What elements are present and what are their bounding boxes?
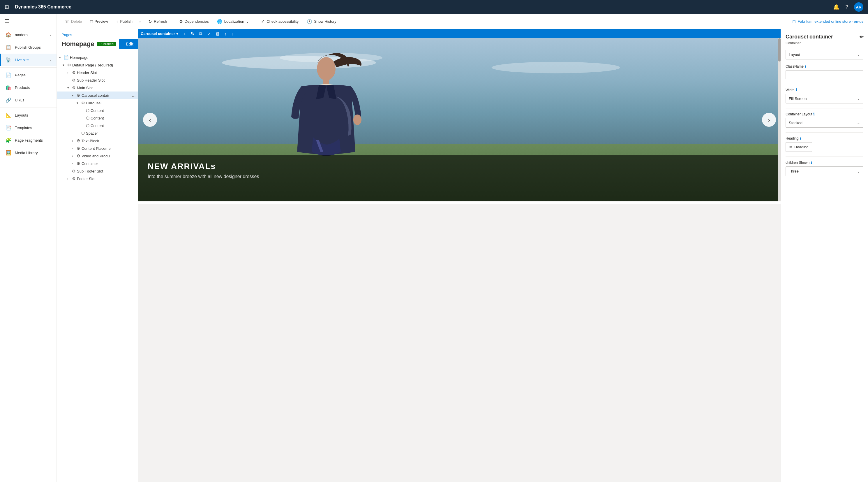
- dependencies-button[interactable]: ⚙ Dependencies: [176, 17, 212, 26]
- carousel-prev-button[interactable]: ‹: [143, 113, 157, 127]
- tree-item-spacer[interactable]: ⬡ Spacer: [57, 129, 138, 137]
- canvas-export-button[interactable]: ↗: [205, 30, 213, 37]
- container-layout-dropdown[interactable]: Stacked ⌄: [785, 118, 863, 128]
- tree-item-footer[interactable]: › ⚙ Footer Slot: [57, 175, 138, 182]
- canvas-scrollbar[interactable]: [778, 38, 781, 201]
- localization-button[interactable]: 🌐 Localization ⌄: [214, 17, 253, 26]
- expand-icon-con: ›: [72, 162, 76, 165]
- classname-input[interactable]: [785, 70, 863, 79]
- children-shown-info-icon[interactable]: ℹ: [811, 160, 812, 164]
- hex-icon-c3: ⬡: [86, 123, 89, 128]
- publish-icon: ↑: [116, 19, 119, 24]
- preview-button[interactable]: □ Preview: [87, 17, 112, 26]
- tree-item-content-1[interactable]: ⬡ Content: [57, 107, 138, 114]
- width-dropdown[interactable]: Fill Screen ⌄: [785, 94, 863, 103]
- toolbar-separator-2: [255, 18, 255, 25]
- sidebar-item-templates[interactable]: 📑 Templates: [0, 122, 57, 134]
- sidebar-item-media-library[interactable]: 🖼️ Media Library: [0, 147, 57, 159]
- canvas-wrapper[interactable]: Carousel container ▾ + ↻ ⧉ ↗ 🗑 ↑ ↓: [138, 29, 781, 482]
- sidebar-item-publish-groups[interactable]: 📋 Publish Groups: [0, 41, 57, 54]
- tree-item-default-page[interactable]: ▾ ⚙ Default Page (Required): [57, 61, 138, 69]
- sidebar-item-page-fragments[interactable]: 🧩 Page Fragments: [0, 134, 57, 147]
- svg-point-4: [492, 62, 620, 73]
- tree-item-sub-header-slot[interactable]: ⚙ Sub Header Slot: [57, 77, 138, 84]
- sidebar-item-publish-groups-label: Publish Groups: [15, 45, 52, 50]
- expand-icon-cp: ›: [72, 147, 76, 150]
- canvas-up-button[interactable]: ↑: [223, 30, 229, 37]
- sidebar-item-layouts[interactable]: 📐 Layouts: [0, 109, 57, 122]
- delete-button[interactable]: 🗑 Delete: [61, 17, 86, 26]
- tree-item-label-dp: Default Page (Required): [72, 63, 136, 67]
- tree-item-header-slot[interactable]: › ⚙ Header Slot: [57, 69, 138, 77]
- canvas-copy-button[interactable]: ⧉: [197, 30, 204, 37]
- chevron-icon-livesite: ⌄: [49, 58, 52, 62]
- tree-item-carousel[interactable]: ▾ ⚙ Carousel: [57, 99, 138, 107]
- tree-item-label-hs: Header Slot: [77, 70, 136, 75]
- layout-dropdown[interactable]: Layout ⌄: [785, 50, 863, 59]
- container-layout-info-icon[interactable]: ℹ: [813, 112, 815, 116]
- help-icon[interactable]: ?: [845, 4, 848, 10]
- page-header: Pages Homepage Published Edit: [57, 29, 138, 51]
- page-tree: ▾ 📄 Homepage ▾ ⚙ Default Page (Required)…: [57, 51, 138, 185]
- publish-chevron-icon: ⌄: [138, 20, 141, 23]
- left-panel: Pages Homepage Published Edit ▾ 📄 Homepa…: [57, 29, 138, 482]
- show-history-button[interactable]: 🕐 Show History: [303, 17, 340, 26]
- heading-button[interactable]: ✏ Heading: [785, 142, 812, 152]
- tree-item-main-slot[interactable]: ▾ ⚙ Main Slot: [57, 84, 138, 91]
- carousel-next-button[interactable]: ›: [762, 113, 776, 127]
- sidebar-item-modern[interactable]: 🏠 modern ⌄: [0, 29, 57, 41]
- sidebar-item-urls[interactable]: 🔗 URLs: [0, 94, 57, 107]
- tree-item-label-vp: Video and Produ: [82, 154, 136, 158]
- tree-item-content-2[interactable]: ⬡ Content: [57, 114, 138, 122]
- canvas-delete-button[interactable]: 🗑: [214, 30, 222, 37]
- sidebar-item-live-site[interactable]: 📡 Live site ⌄: [0, 54, 57, 66]
- slot-icon-tb: ⚙: [76, 139, 81, 143]
- classname-info-icon[interactable]: ℹ: [805, 64, 806, 68]
- width-label-text: Width: [785, 88, 795, 92]
- modern-icon: 🏠: [5, 32, 11, 38]
- sidebar-item-pages[interactable]: 📄 Pages: [0, 69, 57, 81]
- tree-item-label-shs: Sub Header Slot: [77, 78, 136, 83]
- publish-button[interactable]: ↑ Publish: [113, 17, 136, 26]
- store-info-label: Fabrikam extended online store · en-us: [798, 19, 863, 24]
- bell-icon[interactable]: 🔔: [833, 4, 839, 10]
- pages-icon: 📄: [5, 72, 11, 78]
- tree-item-content-3[interactable]: ⬡ Content: [57, 122, 138, 129]
- page-title: Homepage: [61, 40, 94, 48]
- sidebar-item-urls-label: URLs: [15, 98, 52, 102]
- hex-icon-c1: ⬡: [86, 108, 89, 113]
- sidebar-item-products[interactable]: 🛍️ Products: [0, 81, 57, 94]
- expand-icon-dp: ▾: [63, 63, 67, 67]
- tree-item-label-sp: Spacer: [86, 131, 136, 135]
- avatar[interactable]: AR: [854, 2, 863, 12]
- width-info-icon[interactable]: ℹ: [796, 88, 797, 92]
- tree-item-container[interactable]: › ⚙ Container: [57, 160, 138, 167]
- delete-icon: 🗑: [65, 19, 69, 24]
- canvas-refresh-button[interactable]: ↻: [189, 30, 196, 37]
- top-nav: ⊞ Dynamics 365 Commerce 🔔 ? AR: [0, 0, 868, 14]
- children-shown-dropdown[interactable]: Three ⌄: [785, 167, 863, 176]
- refresh-button[interactable]: ↻ Refresh: [145, 17, 171, 26]
- tree-item-sub-footer[interactable]: ⚙ Sub Footer Slot: [57, 167, 138, 175]
- sidebar-collapse-button[interactable]: ☰: [0, 14, 57, 29]
- check-accessibility-label: Check accessibility: [267, 19, 299, 24]
- right-panel: Carousel container ✏ Container Layout ⌄ …: [781, 29, 868, 482]
- tree-item-text-block[interactable]: › ⚙ Text-Block: [57, 137, 138, 145]
- canvas-add-button[interactable]: +: [182, 30, 188, 37]
- tree-item-homepage[interactable]: ▾ 📄 Homepage: [57, 54, 138, 61]
- canvas-down-button[interactable]: ↓: [229, 30, 235, 37]
- grid-icon[interactable]: ⊞: [5, 4, 9, 10]
- check-accessibility-button[interactable]: ✓ Check accessibility: [257, 17, 302, 26]
- tree-item-video-products[interactable]: › ⚙ Video and Produ: [57, 152, 138, 160]
- tree-item-carousel-container[interactable]: ▾ ⚙ Carousel contair …: [57, 91, 138, 99]
- tree-item-content-placement[interactable]: › ⚙ Content Placeme: [57, 145, 138, 152]
- publish-dropdown-button[interactable]: ⌄: [136, 18, 144, 25]
- heading-info-icon[interactable]: ℹ: [800, 136, 801, 141]
- right-panel-edit-icon[interactable]: ✏: [860, 34, 863, 40]
- edit-button[interactable]: Edit: [119, 39, 138, 49]
- canvas-area: Carousel container ▾ + ↻ ⧉ ↗ 🗑 ↑ ↓: [138, 29, 781, 482]
- right-panel-subtitle: Container: [785, 41, 863, 45]
- more-options-icon[interactable]: …: [132, 93, 136, 98]
- breadcrumb[interactable]: Pages: [61, 33, 133, 37]
- publish-button-group: ↑ Publish ⌄: [113, 17, 144, 26]
